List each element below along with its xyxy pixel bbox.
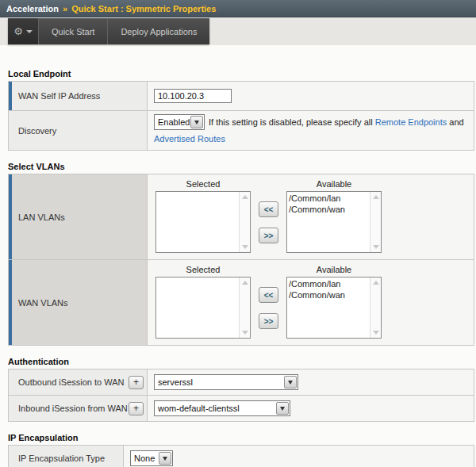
discovery-help-text: If this setting is disabled, please spec… <box>209 114 375 130</box>
tab-label: Deploy Applications <box>121 27 197 36</box>
section-title-authentication: Authentication <box>8 357 476 366</box>
inbound-isession-label-cell: Inbound iSession from WAN + <box>9 396 148 421</box>
scroll-down-icon[interactable] <box>373 331 379 335</box>
wan-vlans-label: WAN VLANs <box>18 298 68 308</box>
table-row: Discovery Enabled If this setting is dis… <box>9 110 474 150</box>
lan-available-listbox[interactable]: /Common/lan/Common/wan <box>286 191 382 253</box>
discovery-label: Discovery <box>18 126 56 136</box>
inbound-isession-value-cell: wom-default-clientssl <box>148 396 474 421</box>
listbox-item[interactable]: /Common/lan <box>289 278 369 289</box>
main-content: Local Endpoint WAN Self IP Address Disco… <box>0 45 476 467</box>
discovery-label-cell: Discovery <box>9 111 148 150</box>
wan-self-ip-input[interactable] <box>154 89 232 103</box>
lan-selected-listbox[interactable] <box>155 191 251 253</box>
inbound-isession-label: Inbound iSession from WAN <box>18 404 128 413</box>
scroll-up-icon[interactable] <box>242 195 248 199</box>
chevron-down-icon <box>26 30 33 33</box>
listbox-item[interactable]: /Common/wan <box>289 289 369 300</box>
wan-available-listbox[interactable]: /Common/lan/Common/wan <box>286 277 382 339</box>
section-title-select-vlans: Select VLANs <box>8 162 476 171</box>
scroll-up-icon[interactable] <box>242 281 248 285</box>
page-title: Quick Start : Symmetric Properties <box>71 4 216 13</box>
wan-vlans-label-cell: WAN VLANs <box>9 260 148 345</box>
gear-menu-button[interactable]: ⚙ <box>8 18 38 44</box>
scrollbar[interactable] <box>239 192 250 252</box>
scroll-up-icon[interactable] <box>373 281 379 285</box>
outbound-isession-label-cell: Outbound iSession to WAN + <box>9 369 148 395</box>
lan-vlans-label-cell: LAN VLANs <box>9 174 148 259</box>
wan-vlans-value-cell: Selected << >> <box>148 260 474 345</box>
authentication-table: Outbound iSession to WAN + serverssl Inb… <box>8 369 474 422</box>
ip-encapsulation-type-value-cell: None <box>124 446 474 467</box>
table-row: IP Encapsulation Type None <box>9 446 474 467</box>
chevron-down-icon <box>280 407 285 411</box>
wan-self-ip-value-cell <box>148 82 474 110</box>
outbound-isession-select[interactable]: serverssl <box>154 374 298 390</box>
inbound-isession-add-button[interactable]: + <box>129 402 144 415</box>
scroll-down-icon[interactable] <box>373 245 379 249</box>
move-to-selected-button[interactable]: << <box>259 201 278 217</box>
wan-selected-listbox[interactable] <box>155 277 251 339</box>
select-arrow-button <box>276 402 289 415</box>
wan-self-ip-label: WAN Self IP Address <box>18 91 100 101</box>
tab-deploy-applications[interactable]: Deploy Applications <box>107 18 209 44</box>
available-column-header: Available <box>286 179 382 189</box>
selected-column-header: Selected <box>155 265 251 274</box>
outbound-isession-add-button[interactable]: + <box>129 376 144 389</box>
ip-encapsulation-type-label: IP Encapsulation Type <box>18 454 105 463</box>
tab-label: Quick Start <box>52 27 94 36</box>
available-column-header: Available <box>286 265 382 274</box>
chevron-down-icon <box>163 457 167 461</box>
ip-encapsulation-type-label-cell: IP Encapsulation Type <box>9 446 124 467</box>
select-arrow-button <box>159 452 171 465</box>
remote-endpoints-link[interactable]: Remote Endpoints <box>375 114 447 130</box>
scrollbar[interactable] <box>239 278 250 338</box>
select-vlans-table: LAN VLANs Selected <box>8 174 474 346</box>
advertised-routes-link[interactable]: Advertised Routes <box>154 134 225 144</box>
scrollbar[interactable] <box>370 278 381 338</box>
breadcrumb: Acceleration » Quick Start : Symmetric P… <box>0 0 476 17</box>
scroll-down-icon[interactable] <box>242 245 248 249</box>
outbound-isession-label: Outbound iSession to WAN <box>18 377 125 387</box>
table-row: LAN VLANs Selected <box>9 174 474 259</box>
chevron-down-icon <box>288 381 293 385</box>
wan-self-ip-label-cell: WAN Self IP Address <box>9 82 148 110</box>
section-title-ip-encapsulation: IP Encapsulation <box>8 433 476 442</box>
listbox-item[interactable]: /Common/lan <box>289 193 369 204</box>
lan-vlans-value-cell: Selected << >> <box>148 174 474 259</box>
selected-column-header: Selected <box>155 179 251 189</box>
listbox-item[interactable]: /Common/wan <box>289 204 369 215</box>
tab-strip: ⚙ Quick Start Deploy Applications <box>0 17 476 45</box>
move-to-available-button[interactable]: >> <box>259 313 278 329</box>
table-row: Inbound iSession from WAN + wom-default-… <box>9 395 474 421</box>
move-to-available-button[interactable]: >> <box>259 228 278 243</box>
table-row: WAN Self IP Address <box>9 82 474 110</box>
move-to-selected-button[interactable]: << <box>259 287 278 303</box>
breadcrumb-section[interactable]: Acceleration <box>6 4 59 13</box>
select-arrow-button <box>284 376 297 389</box>
outbound-isession-value-cell: serverssl <box>148 369 474 395</box>
ip-encapsulation-type-select[interactable]: None <box>130 450 173 466</box>
discovery-select[interactable]: Enabled <box>154 114 205 130</box>
ip-encapsulation-table: IP Encapsulation Type None <box>8 445 474 467</box>
local-endpoint-table: WAN Self IP Address Discovery Enabled If… <box>8 81 474 151</box>
select-arrow-button <box>190 116 203 128</box>
breadcrumb-separator: » <box>63 4 67 13</box>
section-title-local-endpoint: Local Endpoint <box>8 69 476 78</box>
scroll-up-icon[interactable] <box>373 195 379 199</box>
tab-block: ⚙ Quick Start Deploy Applications <box>8 18 209 44</box>
gear-icon: ⚙ <box>13 26 23 36</box>
scroll-down-icon[interactable] <box>242 331 248 335</box>
inbound-isession-select[interactable]: wom-default-clientssl <box>154 400 290 416</box>
lan-vlans-label: LAN VLANs <box>18 212 65 222</box>
tab-quick-start[interactable]: Quick Start <box>38 18 107 44</box>
table-row: Outbound iSession to WAN + serverssl <box>9 369 474 395</box>
chevron-down-icon <box>194 121 199 124</box>
discovery-value-cell: Enabled If this setting is disabled, ple… <box>148 111 474 150</box>
discovery-help-and: and <box>447 114 463 130</box>
table-row: WAN VLANs Selected <box>9 259 474 345</box>
scrollbar[interactable] <box>370 192 381 252</box>
